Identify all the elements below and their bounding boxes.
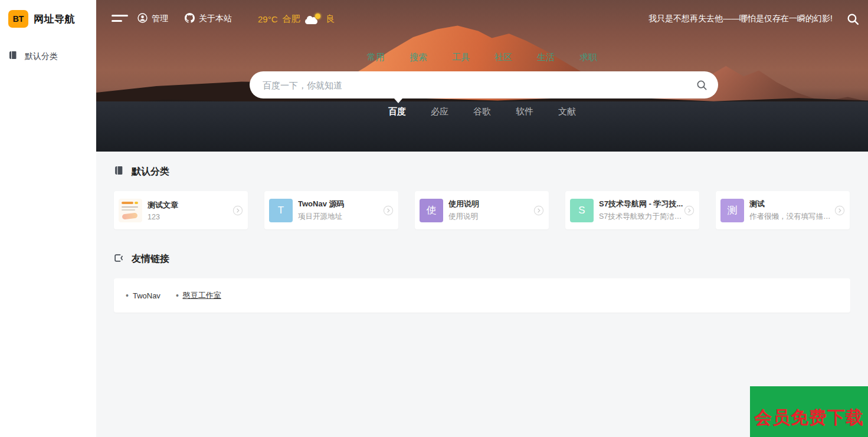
site-card-desc: 使用说明 xyxy=(448,212,535,222)
weather-temperature: 29°C xyxy=(258,14,278,24)
search-bar xyxy=(250,71,718,98)
friend-links-header: 友情链接 xyxy=(114,253,850,265)
admin-link[interactable]: 管理 xyxy=(137,13,168,25)
chevron-right-circle-icon xyxy=(383,205,394,216)
bullet: • xyxy=(126,291,129,300)
engine-tab[interactable]: 文献 xyxy=(558,106,576,117)
search-submit-icon[interactable] xyxy=(696,80,707,91)
weather-widget: 29°C 合肥 良 xyxy=(258,14,335,25)
card-grid: 测试文章 123 T TwoNav 源码 项目开源地址 使 使用说明 使用说明 xyxy=(114,191,850,229)
site-card-icon: 使 xyxy=(420,199,443,222)
site-card[interactable]: 使 使用说明 使用说明 xyxy=(415,191,549,229)
site-card-desc: 作者很懒，没有填写描述。 xyxy=(749,212,836,222)
vip-download-label: 会员免费下载 xyxy=(754,406,864,430)
category-section-header: 默认分类 xyxy=(114,166,850,178)
site-card-title: S7技术导航网 - 学习技... xyxy=(599,199,685,209)
site-card[interactable]: 测 测试 作者很懒，没有填写描述。 xyxy=(716,191,850,229)
hero-category-tabs: 常用搜索工具社区生活求职 xyxy=(96,52,868,63)
book-icon xyxy=(8,51,18,62)
site-logo[interactable]: BT 网址导航 xyxy=(0,0,96,36)
search-engine-tabs: 百度必应谷歌软件文献 xyxy=(96,106,868,117)
links-icon xyxy=(114,253,124,265)
site-card-desc: 123 xyxy=(148,213,234,221)
site-card-title: 使用说明 xyxy=(448,199,535,209)
sidebar: BT 网址导航 默认分类 xyxy=(0,0,96,437)
friend-link-label: TwoNav xyxy=(133,291,161,300)
weather-city: 合肥 xyxy=(283,14,300,25)
section-title: 默认分类 xyxy=(132,166,169,178)
menu-toggle-icon[interactable] xyxy=(112,14,129,24)
section-title: 友情链接 xyxy=(132,253,169,265)
weather-air-quality: 良 xyxy=(326,14,335,25)
site-name: 网址导航 xyxy=(34,12,75,26)
chevron-right-circle-icon xyxy=(533,205,544,216)
engine-tab[interactable]: 谷歌 xyxy=(473,106,491,117)
site-card-thumbnail xyxy=(119,199,142,222)
search-icon[interactable] xyxy=(847,13,859,25)
search-input[interactable] xyxy=(263,80,696,90)
sidebar-item-label: 默认分类 xyxy=(25,51,58,62)
site-card-icon: 测 xyxy=(720,199,744,222)
chevron-right-circle-icon xyxy=(684,205,695,216)
friend-links-panel: •TwoNav•憨豆工作室 xyxy=(114,278,850,313)
site-card[interactable]: 测试文章 123 xyxy=(114,191,248,229)
engine-tab[interactable]: 百度 xyxy=(388,106,406,117)
site-card[interactable]: S S7技术导航网 - 学习技... S7技术导航致力于简洁高... xyxy=(565,191,699,229)
hitokoto-quote: 我只是不想再失去他——哪怕是仅存在一瞬的幻影! xyxy=(648,14,833,24)
hero-banner: 管理 关于本站 29°C 合肥 良 我只是不想再失去他——哪怕是仅存在一瞬的幻影… xyxy=(96,0,868,152)
site-card-desc: S7技术导航致力于简洁高... xyxy=(599,212,685,222)
site-card-title: 测试文章 xyxy=(148,200,234,211)
site-card-title: TwoNav 源码 xyxy=(298,199,384,209)
engine-tab[interactable]: 必应 xyxy=(431,106,448,117)
user-circle-icon xyxy=(137,13,148,25)
book-icon xyxy=(114,166,124,178)
cloud-sun-icon xyxy=(305,14,322,25)
friend-link[interactable]: •TwoNav xyxy=(126,291,161,300)
site-card[interactable]: T TwoNav 源码 项目开源地址 xyxy=(264,191,398,229)
admin-label: 管理 xyxy=(152,14,168,24)
bullet: • xyxy=(176,291,179,300)
main-area: 管理 关于本站 29°C 合肥 良 我只是不想再失去他——哪怕是仅存在一瞬的幻影… xyxy=(96,0,868,437)
category-tab[interactable]: 社区 xyxy=(494,52,512,63)
content: 默认分类 测试文章 123 T TwoNav 源码 项目开源地址 xyxy=(96,152,868,313)
vip-download-button[interactable]: 会员免费下载 xyxy=(750,386,868,437)
site-card-icon: T xyxy=(269,199,293,222)
about-link[interactable]: 关于本站 xyxy=(185,13,232,25)
chevron-right-circle-icon xyxy=(834,205,845,216)
logo-badge: BT xyxy=(8,10,28,28)
friend-link[interactable]: •憨豆工作室 xyxy=(176,290,221,301)
site-card-icon: S xyxy=(570,199,594,222)
category-tab[interactable]: 常用 xyxy=(367,52,385,63)
category-tab[interactable]: 工具 xyxy=(452,52,470,63)
topbar: 管理 关于本站 29°C 合肥 良 我只是不想再失去他——哪怕是仅存在一瞬的幻影… xyxy=(96,0,868,38)
friend-link-label: 憨豆工作室 xyxy=(183,290,221,301)
sidebar-item-default-category[interactable]: 默认分类 xyxy=(0,45,96,67)
category-tab[interactable]: 求职 xyxy=(579,52,597,63)
chevron-right-circle-icon xyxy=(232,205,243,216)
active-engine-pointer xyxy=(394,98,402,103)
about-label: 关于本站 xyxy=(199,14,232,24)
github-icon xyxy=(185,13,195,25)
category-tab[interactable]: 生活 xyxy=(537,52,555,63)
site-card-title: 测试 xyxy=(749,199,836,209)
category-tab[interactable]: 搜索 xyxy=(410,52,427,63)
site-card-desc: 项目开源地址 xyxy=(298,212,384,222)
engine-tab[interactable]: 软件 xyxy=(516,106,533,117)
